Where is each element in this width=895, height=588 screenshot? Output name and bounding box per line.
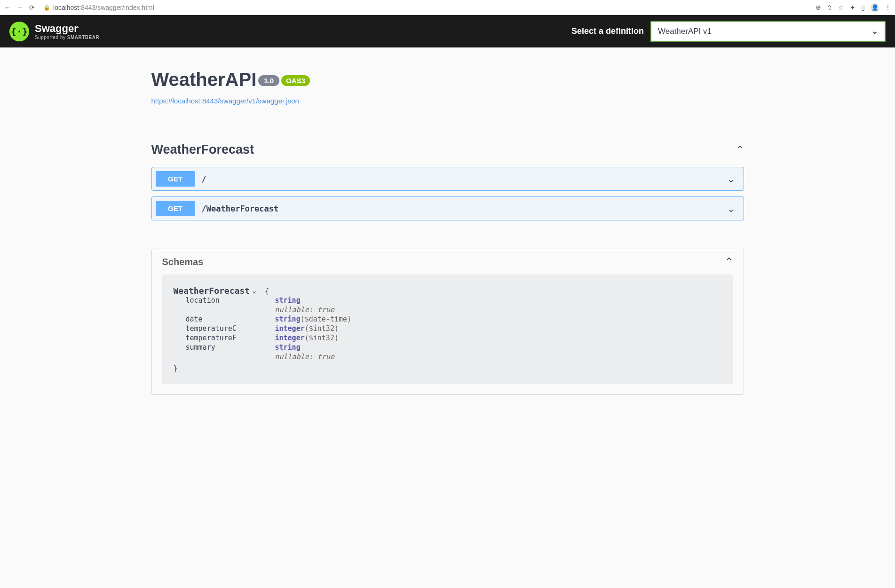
version-badge: 1.0 bbox=[258, 75, 279, 86]
tag-section: WeatherForecast ⌃ GET / ⌄ GET /WeatherFo… bbox=[151, 142, 744, 220]
chevron-up-icon: ⌃ bbox=[725, 256, 733, 268]
operation-row: GET /WeatherForecast ⌄ bbox=[151, 196, 744, 220]
model-property-row: summarystring bbox=[186, 343, 352, 352]
extensions-icon[interactable]: ✦ bbox=[850, 4, 855, 11]
back-icon[interactable]: ← bbox=[4, 4, 11, 11]
model-property-row: temperatureFinteger($int32) bbox=[186, 333, 352, 343]
oas-badge: OAS3 bbox=[281, 75, 310, 86]
model-toggle[interactable]: WeatherForecast ⌄ bbox=[174, 286, 256, 296]
chevron-down-icon: ⌄ bbox=[871, 26, 878, 36]
close-brace: } bbox=[174, 364, 722, 373]
prop-name: summary bbox=[186, 343, 275, 352]
prop-name: date bbox=[186, 314, 275, 324]
prop-format: ($date-time) bbox=[301, 315, 351, 323]
model-property-row: temperatureCinteger($int32) bbox=[186, 324, 352, 333]
swagger-logo-icon: {⋅} bbox=[9, 22, 29, 41]
panel-icon[interactable]: ▯ bbox=[861, 4, 865, 11]
lock-icon: 🔒 bbox=[43, 4, 50, 11]
prop-type: string bbox=[275, 296, 301, 305]
model-properties-table: locationstring nullable: true datestring… bbox=[186, 296, 352, 361]
prop-type: integer bbox=[275, 334, 305, 342]
prop-name: temperatureF bbox=[186, 333, 275, 343]
prop-meta: nullable: true bbox=[275, 353, 334, 361]
chevron-down-icon: ⌄ bbox=[727, 203, 735, 214]
swagger-brand: {⋅} Swagger. Supported by SMARTBEAR bbox=[9, 22, 99, 41]
prop-name: location bbox=[186, 296, 275, 305]
model-property-meta-row: nullable: true bbox=[186, 352, 352, 361]
chevron-down-icon: ⌄ bbox=[727, 173, 735, 185]
schemas-body: WeatherForecast ⌄ { locationstring nulla… bbox=[162, 274, 733, 384]
prop-type: string bbox=[275, 343, 301, 352]
tag-name: WeatherForecast bbox=[151, 142, 254, 157]
definition-select[interactable]: WeatherAPI v1 ⌄ bbox=[650, 21, 886, 42]
brand-subtitle: Supported by SMARTBEAR bbox=[35, 35, 99, 40]
http-method-badge: GET bbox=[156, 171, 195, 187]
tag-header[interactable]: WeatherForecast ⌃ bbox=[151, 142, 744, 161]
chrome-right-icons: ⊕ ⇧ ☆ ✦ ▯ 👤 ⋮ bbox=[816, 3, 891, 12]
prop-type: string bbox=[275, 315, 301, 323]
operation-summary[interactable]: GET / ⌄ bbox=[152, 167, 744, 190]
kebab-menu-icon[interactable]: ⋮ bbox=[885, 4, 891, 11]
http-method-badge: GET bbox=[156, 201, 195, 216]
definition-selected-value: WeatherAPI v1 bbox=[658, 27, 712, 36]
browser-chrome: ← → ⟳ 🔒 localhost:8443/swagger/index.htm… bbox=[0, 0, 895, 15]
prop-name: temperatureC bbox=[186, 324, 275, 333]
brand-name: Swagger. bbox=[35, 23, 99, 35]
url-text: localhost:8443/swagger/index.html bbox=[53, 4, 154, 11]
zoom-icon[interactable]: ⊕ bbox=[816, 4, 821, 11]
chevron-down-icon: ⌄ bbox=[253, 287, 256, 294]
model-property-row: datestring($date-time) bbox=[186, 314, 352, 324]
prop-type: integer bbox=[275, 324, 305, 333]
operation-summary[interactable]: GET /WeatherForecast ⌄ bbox=[152, 197, 744, 220]
forward-icon[interactable]: → bbox=[16, 4, 24, 11]
api-info: WeatherAPI1.0OAS3 https://localhost:8443… bbox=[151, 69, 744, 105]
prop-meta: nullable: true bbox=[275, 306, 334, 314]
prop-format: ($int32) bbox=[305, 334, 339, 342]
schemas-header[interactable]: Schemas ⌃ bbox=[152, 249, 744, 274]
model-property-meta-row: nullable: true bbox=[186, 305, 352, 314]
model-name: WeatherForecast bbox=[174, 286, 250, 296]
swagger-topbar: {⋅} Swagger. Supported by SMARTBEAR Sele… bbox=[0, 15, 895, 47]
operation-path: / bbox=[202, 174, 727, 184]
schemas-section: Schemas ⌃ WeatherForecast ⌄ { locationst… bbox=[151, 249, 744, 395]
model-property-row: locationstring bbox=[186, 296, 352, 305]
chevron-up-icon: ⌃ bbox=[736, 144, 744, 156]
spec-url-link[interactable]: https://localhost:8443/swagger/v1/swagge… bbox=[151, 97, 744, 105]
schemas-title: Schemas bbox=[162, 257, 204, 267]
share-icon[interactable]: ⇧ bbox=[827, 4, 832, 11]
definition-select-label: Select a definition bbox=[571, 26, 644, 36]
operation-row: GET / ⌄ bbox=[151, 167, 744, 191]
prop-format: ($int32) bbox=[305, 324, 339, 333]
profile-avatar-icon[interactable]: 👤 bbox=[871, 3, 879, 12]
api-title: WeatherAPI bbox=[151, 69, 257, 90]
address-bar[interactable]: 🔒 localhost:8443/swagger/index.html bbox=[40, 4, 811, 11]
operation-path: /WeatherForecast bbox=[202, 204, 727, 213]
reload-icon[interactable]: ⟳ bbox=[28, 4, 36, 11]
bookmark-icon[interactable]: ☆ bbox=[838, 4, 844, 11]
open-brace: { bbox=[265, 287, 269, 296]
